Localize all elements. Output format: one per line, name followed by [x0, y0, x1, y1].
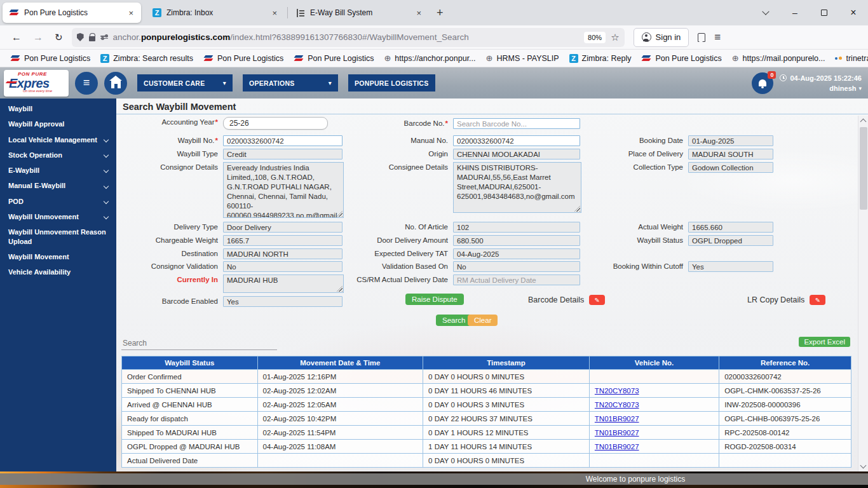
back-button[interactable]: ←: [11, 32, 22, 43]
bookmarks-bar: Pon Pure Logistics ZZimbra: Search resul…: [0, 50, 868, 67]
bookmark-item[interactable]: ZZimbra: Reply: [566, 52, 635, 65]
new-tab-button[interactable]: +: [429, 6, 451, 20]
lock-icon[interactable]: [89, 36, 95, 41]
vehicle-link[interactable]: TN01BR9027: [595, 415, 639, 423]
sidebar-item-waybill-unmovement[interactable]: Waybill Unmovement: [0, 209, 116, 224]
consignee-details-textarea: KHINS DISTRIBUTORS-MADURAI,55,56,East Ma…: [453, 162, 581, 213]
barcode-no-label: Barcode No.*: [336, 118, 453, 127]
sidebar-item-waybill[interactable]: Waybill: [0, 101, 116, 116]
sidebar-item-local-vehicle-management[interactable]: Local Vehicle Management: [0, 132, 116, 147]
close-tab-icon[interactable]: ×: [271, 8, 278, 18]
sidebar-item-waybill-approval[interactable]: Waybill Approval: [0, 116, 116, 132]
table-row: Actual Delivered Date0 DAY 0 HOURS 0 MIN…: [122, 454, 851, 468]
tab-pon-pure-logistics[interactable]: Pon Pure Logistics ×: [3, 3, 141, 23]
maximize-button[interactable]: [810, 8, 839, 18]
tab-zimbra-inbox[interactable]: Z Zimbra: Inbox ×: [146, 3, 285, 23]
bookmark-item[interactable]: Pon Pure Logistics: [6, 52, 94, 65]
eway-favicon: [297, 9, 305, 17]
booking-date-label: Booking Date: [571, 135, 688, 144]
vehicle-link[interactable]: TN20CY8073: [595, 387, 639, 395]
barcode-no-input[interactable]: [453, 118, 580, 129]
close-tab-icon[interactable]: ×: [127, 8, 135, 18]
main-content: Search Waybill Movement Accounting Year*…: [116, 98, 868, 471]
library-icon[interactable]: [698, 33, 705, 42]
nav-operations[interactable]: OPERATIONS▾: [243, 74, 338, 92]
close-window-button[interactable]: ×: [839, 7, 868, 18]
globe-icon: ⊕: [486, 54, 493, 62]
table-search-input[interactable]: Search: [121, 337, 277, 350]
menu-toggle-button[interactable]: ≡: [75, 72, 98, 95]
waybill-no-input[interactable]: [223, 135, 342, 146]
hamburger-icon: ≡: [83, 76, 90, 90]
bookmark-item[interactable]: Pon Pure Logistics: [290, 52, 377, 65]
sidebar-item-waybill-unmovement-reason-upload[interactable]: Waybill Unmovement Reason Upload: [0, 224, 116, 249]
url-field[interactable]: anchor.ponpurelogistics.com/index.html?6…: [72, 28, 625, 47]
col-header-vehicle-no[interactable]: Vehicle No.: [589, 356, 719, 370]
permissions-icon[interactable]: [100, 36, 108, 39]
table-header-row: Waybill Status Movement Date & Time Time…: [122, 356, 851, 370]
bookmark-item[interactable]: Pon Pure Logistics: [637, 52, 725, 65]
vehicle-link[interactable]: TN20CY8073: [595, 401, 639, 409]
sidebar-item-pod[interactable]: POD: [0, 194, 116, 209]
bookmark-item[interactable]: ⊕https://mail.ponpurelo...: [728, 52, 829, 65]
zoom-level-badge[interactable]: 80%: [584, 32, 606, 43]
notifications-button[interactable]: 0: [752, 72, 773, 94]
bookmark-item[interactable]: trinetra: [831, 52, 868, 65]
nav-ponpure-logistics[interactable]: PONPURE LOGISTICS: [348, 74, 435, 92]
accounting-year-select[interactable]: 25-26: [223, 117, 328, 130]
sidebar-item-e-waybill[interactable]: E-Waybill: [0, 163, 116, 178]
vehicle-link[interactable]: TN01BR9027: [595, 429, 639, 437]
chargeable-weight-label: Chargeable Weight: [116, 235, 223, 244]
scrollbar-thumb[interactable]: [860, 127, 867, 210]
scroll-down-icon[interactable]: [860, 463, 867, 469]
header-datetime: 04-Aug-2025 15:22:46: [780, 74, 862, 82]
sidebar-item-vehicle-availability[interactable]: Vehicle Availability: [0, 264, 116, 280]
col-header-timestamp[interactable]: Timestamp: [423, 356, 590, 370]
table-row: Order Confirmed01-Aug-2025 12:16PM0 DAY …: [122, 370, 851, 384]
barcode-details-edit-button[interactable]: ✎: [589, 295, 605, 305]
bookmark-star-icon[interactable]: ☆: [611, 32, 619, 43]
chevron-down-icon: [104, 137, 109, 142]
bottom-edge-strip: [0, 485, 868, 488]
col-header-movement-date[interactable]: Movement Date & Time: [257, 356, 423, 370]
table-toolbar: Search Export Excel: [116, 336, 868, 356]
consignor-validation-label: Consignor Validation: [116, 261, 223, 270]
sidebar-item-manual-e-waybill[interactable]: Manual E-Waybill: [0, 178, 116, 193]
search-button[interactable]: Search: [436, 315, 471, 326]
manual-no-input[interactable]: [453, 135, 580, 146]
tab-eway-bill[interactable]: E-Way Bill System ×: [290, 3, 429, 23]
app-header: PON PURE Expres On time every time ≡ CUS…: [0, 67, 868, 98]
lr-copy-details-edit-button[interactable]: ✎: [810, 295, 825, 305]
tab-title: E-Way Bill System: [310, 8, 410, 17]
cs-rm-actual-delivery-date-input[interactable]: [453, 274, 580, 285]
forward-button[interactable]: →: [33, 32, 43, 43]
zimbra-favicon: Z: [569, 54, 578, 63]
col-header-reference-no[interactable]: Reference No.: [719, 356, 851, 370]
sidebar-item-waybill-movement[interactable]: Waybill Movement: [0, 249, 116, 264]
user-menu[interactable]: dhinesh▾: [829, 85, 862, 92]
chevron-down-icon: ▾: [329, 79, 332, 86]
app-menu-icon[interactable]: ≡: [714, 31, 723, 44]
reload-button[interactable]: ↻: [55, 32, 63, 43]
bookmark-item[interactable]: ZZimbra: Search results: [97, 52, 197, 65]
ponpure-favicon: [9, 9, 19, 17]
sign-in-button[interactable]: Sign in: [634, 28, 689, 47]
col-header-waybill-status[interactable]: Waybill Status: [122, 356, 258, 370]
content-scrollbar[interactable]: [858, 116, 868, 471]
export-excel-button[interactable]: Export Excel: [799, 337, 850, 347]
home-button[interactable]: [104, 72, 127, 95]
raise-dispute-button[interactable]: Raise Dispute: [405, 294, 464, 305]
nav-customer-care[interactable]: CUSTOMER CARE▾: [137, 74, 233, 92]
close-tab-icon[interactable]: ×: [415, 8, 423, 18]
minimize-button[interactable]: –: [780, 8, 810, 18]
sidebar-item-stock-operation[interactable]: Stock Operation: [0, 147, 116, 163]
bookmark-item[interactable]: ⊕HRMS - PAYSLIP: [482, 52, 563, 65]
bookmark-item[interactable]: ⊕https://anchor.ponpur...: [380, 52, 479, 65]
vehicle-link[interactable]: TN01BR9027: [595, 443, 639, 451]
globe-icon: ⊕: [384, 54, 391, 62]
clear-button[interactable]: Clear: [468, 315, 498, 326]
list-all-tabs-icon[interactable]: [751, 8, 780, 18]
tracking-shield-icon[interactable]: [77, 33, 84, 41]
bookmark-item[interactable]: Pon Pure Logistics: [200, 52, 287, 65]
scroll-up-icon[interactable]: [860, 119, 867, 125]
